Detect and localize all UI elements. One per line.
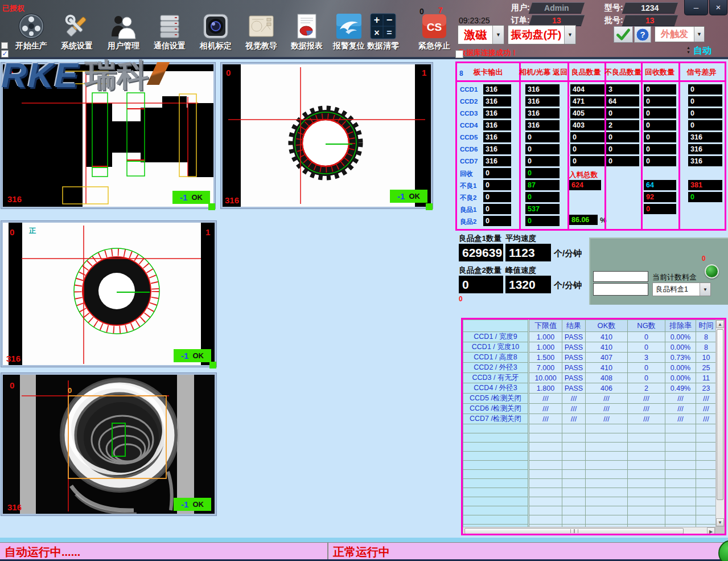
vertical-scroll-thumb[interactable] [717,329,723,500]
camera-1-resize-grip[interactable] [208,203,215,210]
scroll-right-arrow[interactable]: ▶ [707,527,715,535]
empty-cell [696,488,717,497]
empty-table-row [463,470,717,479]
help-button[interactable]: ? [634,26,651,43]
stats-value-cell: 0 [606,108,639,118]
start-production-button[interactable]: 开始生产 [9,13,54,56]
button-label: 视觉教导 [238,41,284,51]
user-field[interactable]: Admin [529,2,585,14]
table-column-header[interactable] [463,320,529,332]
calculator-icon: +−×= [369,13,397,40]
empty-cell [628,497,665,506]
data-clear-button[interactable]: +−×= 数据清零 [360,13,406,56]
svg-text:×: × [374,28,379,38]
vibration-combo[interactable]: 振动盘(开) ▼ [508,25,576,44]
minimize-glyph: – [694,2,698,12]
user-management-button[interactable]: 用户管理 [101,13,146,56]
toolbar-checkbox-top[interactable] [1,42,8,49]
batch-field[interactable]: 13 [622,15,678,26]
table-column-header[interactable]: OK数 [586,320,628,332]
table-row[interactable]: CCD6 /检测关闭////////////////// [463,404,717,414]
scroll-down-arrow[interactable]: ▼ [716,518,724,526]
current-box-combo[interactable]: 良品料盒1 ▼ [652,282,711,296]
model-value: 1234 [624,3,676,14]
table-row[interactable]: CCD1 / 宽度91.000PASS41000.00%8 [463,332,717,342]
empty-cell [529,470,562,479]
camera-calibration-button[interactable]: 相机标定 [193,13,238,56]
table-column-header[interactable]: 排除率 [665,320,696,332]
empty-cell [696,461,717,470]
empty-cell [628,443,665,452]
measurement-value-cell: /// [665,414,696,424]
camera-view-3[interactable]: 0 正 1 316 -1 OK [1,221,216,367]
table-column-header[interactable]: NG数 [628,320,665,332]
measurement-value-cell: /// [586,404,628,414]
vibration-value: 振动盘(开) [508,26,564,44]
camera-view-1[interactable]: 0 316 -1 OK [1,63,215,208]
minimize-button[interactable]: – [684,0,708,15]
camera-1-result-badge: -1 OK [172,191,210,204]
toolbar-checkbox-checked[interactable]: ✓ [1,50,9,58]
chevron-down-icon[interactable]: ▼ [700,283,710,296]
auto-spinner[interactable]: ▲▼ [686,46,690,55]
table-column-header[interactable]: 时间 [696,320,717,332]
table-row[interactable]: CCD2 / 外径37.000PASS41000.00%25 [463,363,717,373]
status-right-text: 正常运行中 [333,544,390,560]
empty-cell [586,443,628,452]
measurement-value-cell: /// [562,404,586,414]
empty-table-row [463,479,717,488]
measurement-value-cell: 25 [696,363,717,373]
vision-teaching-button[interactable]: 视觉教导 [238,13,284,56]
vertical-scrollbar[interactable]: ▲ ▼ [715,320,725,527]
sketch-icon [248,13,275,40]
communication-settings-button[interactable]: 通信设置 [147,13,192,56]
stats-value-cell: 316 [483,84,511,95]
column-separator [567,63,569,229]
close-button[interactable]: × [709,0,727,15]
horizontal-scrollbar[interactable]: ▶ [463,527,715,535]
chevron-down-icon[interactable]: ▼ [694,27,704,42]
table-row[interactable]: CCD1 / 宽度101.000PASS41000.00%8 [463,342,717,353]
emergency-stop-button[interactable]: CS 紧急停止 [412,13,457,56]
result-ok: OK [191,193,203,202]
empty-cell [463,488,529,497]
table-row[interactable]: CCD4 / 外径31.800PASS40620.49%23 [463,383,717,394]
trigger-mode-value: 外触发 [655,27,694,42]
stats-value-cell: 0 [525,192,560,202]
demagnetize-combo[interactable]: 激磁 ▼ [458,25,504,44]
table-row[interactable]: CCD1 / 高度81.500PASS40730.73%10 [463,353,717,363]
counter-input-2[interactable] [593,283,648,296]
confirm-button[interactable] [614,26,633,43]
camera-3-resize-grip[interactable] [209,362,216,368]
chevron-down-icon[interactable]: ▼ [492,26,504,44]
measurement-value-cell: 23 [696,383,717,394]
stats-checkbox[interactable] [455,50,463,58]
scroll-up-arrow[interactable]: ▲ [716,320,724,328]
camera-view-2[interactable]: 0 1 316 -1 OK [221,63,433,208]
trigger-mode-combo[interactable]: 外触发 ▼ [655,26,705,42]
table-column-header[interactable]: 结果 [562,320,586,332]
empty-cell [696,497,717,506]
data-report-button[interactable]: 数据报表 [284,13,330,56]
measurement-value-cell: 7.000 [529,363,562,373]
model-field[interactable]: 1234 [622,2,678,14]
order-field[interactable]: 13 [529,15,585,26]
toolbar: 已授权 开始生产 系统设置 用户管理 通信设置 [0,0,728,57]
table-row[interactable]: CCD7 /检测关闭////////////////// [463,414,717,424]
table-row[interactable]: CCD5 /检测关闭////////////////// [463,394,717,404]
peak-speed-unit: 个/分钟 [554,280,582,291]
table-column-header[interactable]: 下限值 [529,320,562,332]
stats-column-header: 不良品数量 [604,67,641,77]
camera-2-resize-grip[interactable] [426,203,433,210]
current-box-value: 良品料盒1 [653,283,700,296]
empty-cell [562,479,586,488]
empty-cell [696,452,717,461]
horizontal-scroll-thumb[interactable] [464,528,684,534]
measurement-value-cell: 0 [628,342,665,353]
chevron-down-icon[interactable]: ▼ [564,26,575,44]
counter-input-1[interactable] [593,271,648,282]
table-row[interactable]: CCD3 / 有无牙10.000PASS40800.00%11 [463,373,717,383]
stats-value-cell: 0 [570,144,604,154]
system-settings-button[interactable]: 系统设置 [54,13,100,56]
camera-view-4[interactable]: 0 0 316 -1 OK [1,373,216,515]
